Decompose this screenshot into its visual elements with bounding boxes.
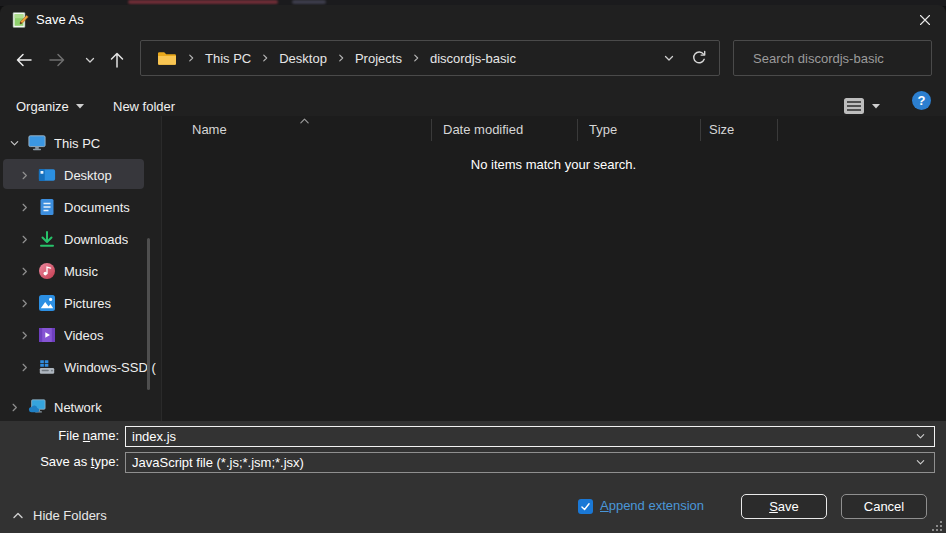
address-dropdown-chevron-icon[interactable]: [663, 52, 675, 64]
videos-icon: [38, 326, 56, 344]
downloads-icon: [38, 230, 56, 248]
column-divider[interactable]: [777, 119, 778, 141]
new-folder-label: New folder: [113, 99, 175, 114]
recent-locations-button[interactable]: [78, 48, 102, 72]
sidebar-item-label: Music: [64, 264, 98, 279]
address-bar[interactable]: This PC Desktop Projects discordjs-basic: [140, 40, 720, 76]
column-divider[interactable]: [577, 119, 578, 141]
sort-ascending-icon: [299, 111, 310, 129]
sidebar-item-this-pc[interactable]: This PC: [0, 127, 160, 159]
column-header-size[interactable]: Size: [709, 118, 734, 142]
details-view-icon: [843, 97, 865, 115]
chevron-down-icon[interactable]: [915, 454, 926, 472]
sidebar-item-downloads[interactable]: Downloads: [0, 223, 160, 255]
column-header-date-modified[interactable]: Date modified: [443, 118, 523, 142]
arrow-left-icon: [15, 52, 33, 68]
sidebar-item-videos[interactable]: Videos: [0, 319, 160, 351]
save-as-type-select[interactable]: JavaScript file (*.js;*.jsm;*.jsx): [125, 452, 935, 473]
bottom-panel: File name: Save as type: JavaScript file…: [0, 421, 946, 533]
organize-label: Organize: [16, 99, 69, 114]
hide-folders-button[interactable]: Hide Folders: [12, 505, 107, 525]
notepad-app-icon: [11, 11, 29, 29]
sidebar-item-label: Windows-SSD (: [64, 360, 156, 375]
chevron-right-icon[interactable]: [18, 169, 30, 181]
this-pc-icon: [28, 134, 46, 152]
breadcrumb-item-projects[interactable]: Projects: [355, 51, 402, 66]
sidebar-item-network[interactable]: Network: [0, 391, 160, 423]
close-icon: [919, 14, 931, 26]
resize-grip[interactable]: [930, 518, 943, 531]
file-name-input[interactable]: [132, 429, 915, 444]
sidebar-item-desktop[interactable]: Desktop: [0, 159, 160, 191]
chevron-up-icon: [12, 511, 24, 520]
chevron-right-icon[interactable]: [18, 233, 30, 245]
breadcrumb-item-discordjs-basic[interactable]: discordjs-basic: [430, 51, 516, 66]
chevron-right-icon[interactable]: [18, 361, 30, 373]
refresh-icon[interactable]: [691, 50, 707, 66]
sidebar-item-label: Desktop: [64, 168, 112, 183]
folder-icon: [157, 50, 177, 66]
append-extension-checkbox[interactable]: [578, 499, 593, 514]
back-button[interactable]: [12, 48, 36, 72]
append-extension-label[interactable]: Append extension: [600, 498, 704, 513]
sidebar-item-label: Documents: [64, 200, 130, 215]
sidebar-item-windows-ssd[interactable]: Windows-SSD (: [0, 351, 160, 383]
save-as-type-value: JavaScript file (*.js;*.jsm;*.jsx): [132, 455, 915, 470]
breadcrumb-item-desktop[interactable]: Desktop: [279, 51, 327, 66]
desktop-icon: [38, 166, 56, 184]
caret-down-icon: [76, 104, 84, 109]
save-as-type-label: Save as type:: [0, 451, 119, 473]
chevron-down-icon: [84, 54, 96, 66]
save-as-dialog: Save As: [0, 5, 946, 533]
chevron-down-icon[interactable]: [8, 137, 20, 149]
sidebar-item-label: Videos: [64, 328, 104, 343]
chevron-right-icon[interactable]: [18, 329, 30, 341]
sidebar-item-pictures[interactable]: Pictures: [0, 287, 160, 319]
search-box: [733, 40, 932, 76]
close-button[interactable]: [904, 5, 946, 35]
file-name-label: File name:: [0, 425, 119, 447]
file-name-combobox[interactable]: [125, 426, 935, 447]
chevron-down-icon[interactable]: [915, 428, 926, 446]
breadcrumb: This PC Desktop Projects discordjs-basic: [149, 50, 663, 66]
network-icon: [28, 398, 46, 416]
column-divider[interactable]: [700, 119, 701, 141]
breadcrumb-chevron-icon[interactable]: [411, 53, 421, 63]
breadcrumb-chevron-icon[interactable]: [336, 53, 346, 63]
help-button[interactable]: ?: [912, 91, 931, 110]
sidebar-item-music[interactable]: Music: [0, 255, 160, 287]
save-button[interactable]: Save: [741, 494, 827, 519]
organize-button[interactable]: Organize: [16, 93, 84, 119]
cancel-button[interactable]: Cancel: [841, 494, 927, 519]
sidebar-scrollbar[interactable]: [147, 238, 150, 390]
breadcrumb-chevron-icon[interactable]: [186, 53, 196, 63]
chevron-right-icon[interactable]: [8, 401, 20, 413]
hide-folders-label: Hide Folders: [33, 508, 107, 523]
sidebar-item-label: Network: [54, 400, 102, 415]
chevron-right-icon[interactable]: [18, 297, 30, 309]
sidebar-item-documents[interactable]: Documents: [0, 191, 160, 223]
chevron-right-icon[interactable]: [18, 201, 30, 213]
background-artifact: [128, 0, 278, 4]
music-icon: [38, 262, 56, 280]
sidebar-item-label: Downloads: [64, 232, 128, 247]
check-icon: [580, 501, 591, 512]
sidebar-item-label: This PC: [54, 136, 100, 151]
sidebar-item-label: Pictures: [64, 296, 111, 311]
arrow-up-icon: [109, 51, 125, 69]
windows-ssd-drive-icon: [38, 358, 56, 376]
breadcrumb-chevron-icon[interactable]: [260, 53, 270, 63]
titlebar: Save As: [0, 5, 946, 35]
documents-icon: [38, 198, 56, 216]
chevron-right-icon[interactable]: [18, 265, 30, 277]
background-artifact: [292, 0, 326, 4]
arrow-right-icon: [48, 52, 66, 68]
up-button[interactable]: [105, 48, 129, 72]
column-header-type[interactable]: Type: [589, 118, 617, 142]
column-header-name[interactable]: Name: [192, 118, 227, 142]
breadcrumb-item-this-pc[interactable]: This PC: [205, 51, 251, 66]
column-divider[interactable]: [431, 119, 432, 141]
pictures-icon: [38, 294, 56, 312]
forward-button[interactable]: [45, 48, 69, 72]
search-input[interactable]: [753, 51, 929, 66]
